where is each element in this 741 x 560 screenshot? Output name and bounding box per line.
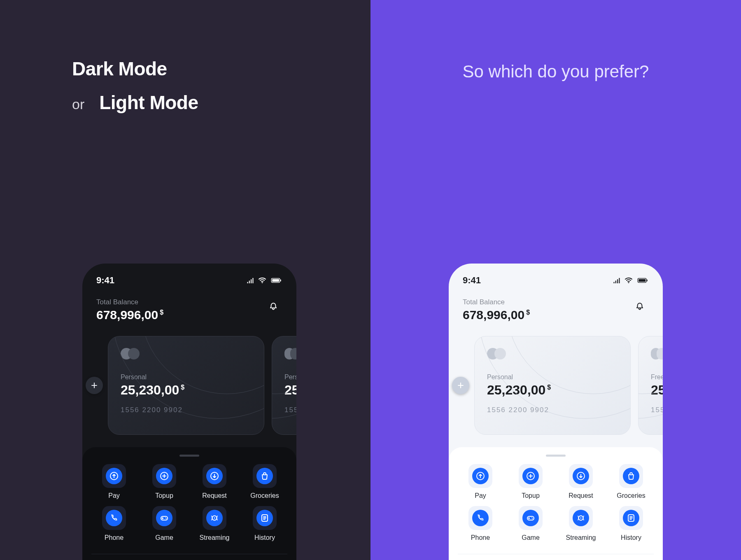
bell-icon xyxy=(268,302,279,313)
wifi-icon xyxy=(624,277,633,284)
bag-icon xyxy=(260,471,270,481)
balance-label: Total Balance xyxy=(463,298,530,306)
action-phone[interactable]: Phone xyxy=(458,506,503,541)
plus-circle-icon xyxy=(159,471,169,481)
action-topup[interactable]: Topup xyxy=(508,464,553,499)
add-card-button[interactable] xyxy=(86,377,103,394)
plus-icon xyxy=(457,381,465,390)
sheet-grabber[interactable] xyxy=(179,455,199,457)
phone-dark: 9:41 Total Balance 678,996,00$ xyxy=(82,264,296,560)
status-time: 9:41 xyxy=(463,275,481,286)
action-history[interactable]: History xyxy=(608,506,654,541)
balance-label: Total Balance xyxy=(96,298,163,306)
action-history[interactable]: History xyxy=(242,506,287,541)
actions-sheet: Pay Topup Request Groceries Phone Game S… xyxy=(449,447,663,560)
game-icon xyxy=(526,513,536,523)
action-game[interactable]: Game xyxy=(508,506,553,541)
phone-light: 9:41 Total Balance 678,996,00$ xyxy=(449,264,663,560)
cellular-icon xyxy=(613,278,621,283)
wifi-icon xyxy=(258,277,267,284)
status-icons xyxy=(613,277,649,284)
phone-icon xyxy=(475,513,485,523)
history-icon xyxy=(626,513,636,523)
battery-icon xyxy=(636,277,649,284)
notifications-button[interactable] xyxy=(631,298,649,316)
arrow-up-icon xyxy=(475,471,485,481)
action-pay[interactable]: Pay xyxy=(458,464,503,499)
arrow-down-icon xyxy=(576,471,586,481)
divider xyxy=(458,554,654,554)
action-phone[interactable]: Phone xyxy=(91,506,137,541)
balance-value: 678,996,00$ xyxy=(96,308,163,322)
dark-panel: Dark Mode or Light Mode 9:41 Total Balan… xyxy=(0,0,370,560)
balance-value: 678,996,00$ xyxy=(463,308,530,322)
action-pay[interactable]: Pay xyxy=(91,464,137,499)
action-topup[interactable]: Topup xyxy=(142,464,187,499)
sheet-grabber[interactable] xyxy=(546,455,566,457)
hero-left: Dark Mode or Light Mode xyxy=(72,58,198,114)
action-groceries[interactable]: Groceries xyxy=(242,464,287,499)
status-bar: 9:41 xyxy=(82,264,296,290)
actions-sheet: Pay Topup Request Groceries Phone Game S… xyxy=(82,447,296,560)
card-personal[interactable]: Personal 25,230,00$ 1556 2200 9902 xyxy=(108,336,264,435)
status-icons xyxy=(246,277,282,284)
stream-icon xyxy=(576,513,586,523)
action-request[interactable]: Request xyxy=(192,464,237,499)
hero-dark-mode: Dark Mode xyxy=(72,58,198,80)
plus-circle-icon xyxy=(526,471,536,481)
history-icon xyxy=(260,513,270,523)
divider xyxy=(91,554,287,554)
bell-icon xyxy=(634,302,645,313)
action-request[interactable]: Request xyxy=(558,464,604,499)
action-groceries[interactable]: Groceries xyxy=(608,464,654,499)
hero-or: or xyxy=(72,96,84,112)
bag-icon xyxy=(626,471,636,481)
balance-block: Total Balance 678,996,00$ xyxy=(96,298,163,322)
light-panel: So which do you prefer? 9:41 Total Balan… xyxy=(370,0,741,560)
arrow-up-icon xyxy=(109,471,119,481)
stream-icon xyxy=(210,513,219,523)
card-personal[interactable]: Personal 25,230,00$ 1556 2200 9902 xyxy=(474,336,631,435)
game-icon xyxy=(159,513,169,523)
action-game[interactable]: Game xyxy=(142,506,187,541)
hero-light-mode: Light Mode xyxy=(99,91,198,114)
arrow-down-icon xyxy=(210,471,219,481)
status-bar: 9:41 xyxy=(449,264,663,290)
cellular-icon xyxy=(246,278,254,283)
status-time: 9:41 xyxy=(96,275,114,286)
notifications-button[interactable] xyxy=(264,298,282,316)
card-secondary[interactable]: Pers 25 155 xyxy=(272,336,296,435)
actions-grid: Pay Topup Request Groceries Phone Game S… xyxy=(91,464,287,541)
plus-icon xyxy=(90,381,98,390)
add-card-button[interactable] xyxy=(452,377,469,394)
action-streaming[interactable]: Streaming xyxy=(558,506,604,541)
actions-grid: Pay Topup Request Groceries Phone Game S… xyxy=(458,464,654,541)
card-secondary[interactable]: Free 25 155 xyxy=(638,336,663,435)
phone-icon xyxy=(109,513,119,523)
balance-block: Total Balance 678,996,00$ xyxy=(463,298,530,322)
battery-icon xyxy=(270,277,282,284)
hero-right: So which do you prefer? xyxy=(370,62,741,82)
action-streaming[interactable]: Streaming xyxy=(192,506,237,541)
